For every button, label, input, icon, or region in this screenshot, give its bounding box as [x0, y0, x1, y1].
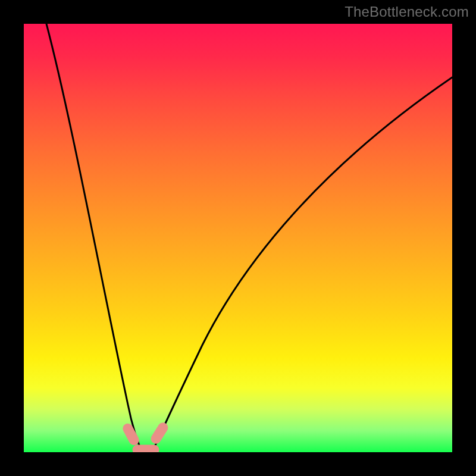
curve-overlay	[24, 24, 452, 452]
chart-frame: TheBottleneck.com	[0, 0, 476, 476]
watermark-text: TheBottleneck.com	[345, 4, 469, 20]
left-marker	[121, 422, 140, 446]
right-marker	[149, 421, 170, 446]
markers-group	[121, 421, 170, 452]
plot-area	[24, 24, 452, 452]
bottleneck-curve	[46, 24, 452, 449]
bottom-marker	[133, 445, 159, 452]
